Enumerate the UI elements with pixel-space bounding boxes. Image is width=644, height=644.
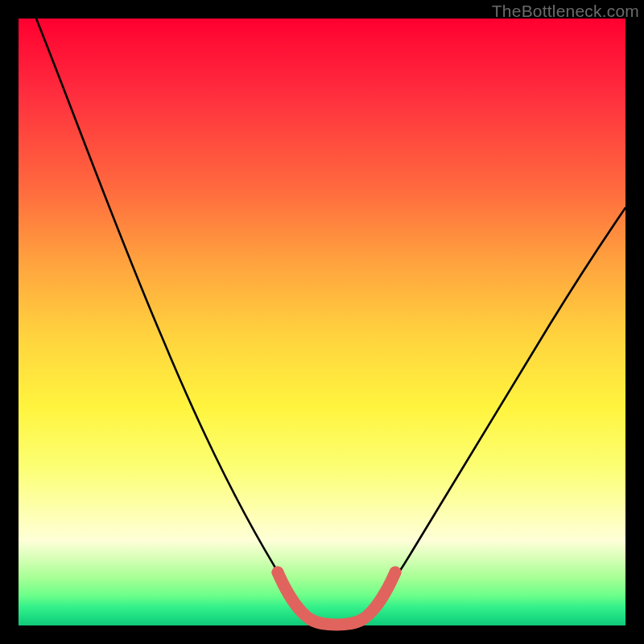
bottleneck-curve: [36, 19, 625, 625]
chart-frame: TheBottleneck.com: [0, 0, 644, 644]
watermark-text: TheBottleneck.com: [492, 2, 639, 21]
highlight-dot-right: [390, 567, 402, 579]
bottleneck-curve-svg: [19, 19, 625, 625]
highlight-segment: [278, 572, 395, 625]
highlight-dot-left: [272, 567, 284, 579]
plot-area: [19, 19, 625, 625]
